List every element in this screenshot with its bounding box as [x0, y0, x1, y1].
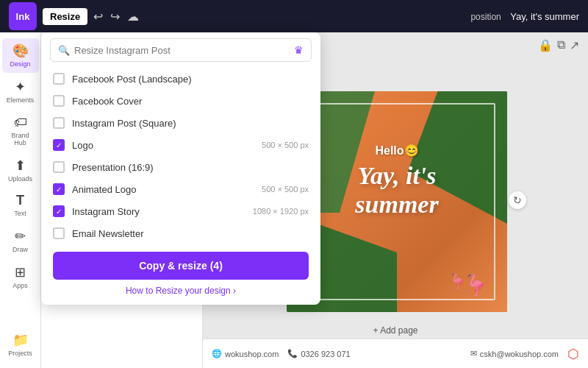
- add-page-button[interactable]: + Add page: [373, 325, 417, 336]
- sidebar-item-brandhub[interactable]: 🏷 Brand Hub: [2, 110, 39, 152]
- dd-label-presentation: Presentation (16:9): [72, 162, 309, 173]
- resize-dropdown: 🔍 ♛ Facebook Post (Landscape) Facebook C…: [41, 32, 320, 305]
- sidebar-label-draw: Draw: [12, 247, 28, 254]
- copy-icon[interactable]: ⧉: [557, 38, 565, 52]
- dd-label-instagram-story: Instagram Story: [72, 206, 241, 217]
- apps-icon: ⊞: [15, 264, 26, 280]
- dd-item-facebook-landscape[interactable]: Facebook Post (Landscape): [41, 68, 320, 90]
- flamingo-right-icon: 🦩: [463, 273, 489, 297]
- canvas-hello-text: Hello😊: [375, 143, 418, 158]
- footer-bar: 🌐 wokushop.com 📞 0326 923 071 ✉ cskh@wok…: [203, 339, 588, 368]
- design-title: Yay, it's summer: [510, 11, 579, 22]
- redo-icon[interactable]: ↪: [110, 10, 120, 24]
- share-icon[interactable]: ↗: [570, 38, 579, 52]
- logo-text: lnk: [16, 11, 30, 22]
- sidebar-label-brandhub: Brand Hub: [5, 132, 36, 147]
- phone-text: 0326 923 071: [301, 350, 350, 358]
- sidebar-item-text[interactable]: T Text: [2, 188, 39, 222]
- canvas-main-text: Yay, it'ssummer: [355, 161, 438, 219]
- dd-size-animated-logo: 500 × 500 px: [262, 185, 309, 194]
- website-item: 🌐 wokushop.com: [212, 349, 279, 358]
- globe-icon: 🌐: [212, 349, 222, 358]
- dd-size-instagram-story: 1080 × 1920 px: [253, 207, 309, 216]
- dd-item-logo[interactable]: ✓ Logo 500 × 500 px: [41, 134, 320, 156]
- circuit-icon: ⬡: [567, 346, 579, 362]
- dd-label-facebook-landscape: Facebook Post (Landscape): [72, 74, 309, 85]
- topbar-title: position Yay, it's summer: [470, 10, 579, 23]
- sidebar-label-apps: Apps: [12, 283, 28, 290]
- sidebar-label-projects: Projects: [8, 350, 32, 358]
- sidebar-label-text: Text: [14, 210, 26, 218]
- projects-icon: 📁: [12, 332, 29, 348]
- dd-checkbox-logo[interactable]: ✓: [53, 139, 65, 151]
- sidebar: 🎨 Design ✦ Elements 🏷 Brand Hub ⬆ Upload…: [0, 32, 41, 368]
- dd-checkbox-email-newsletter[interactable]: [53, 227, 65, 239]
- dd-item-email-newsletter[interactable]: Email Newsletter: [41, 222, 320, 244]
- undo-icon[interactable]: ↩: [93, 10, 103, 24]
- footer-left: 🌐 wokushop.com 📞 0326 923 071: [212, 349, 351, 358]
- sidebar-label-uploads: Uploads: [8, 176, 32, 183]
- uploads-icon: ⬆: [15, 158, 26, 174]
- sidebar-item-projects[interactable]: 📁 Projects: [2, 328, 39, 362]
- main-layout: 🎨 Design ✦ Elements 🏷 Brand Hub ⬆ Upload…: [0, 32, 588, 368]
- dd-checkbox-instagram-story[interactable]: ✓: [53, 205, 65, 217]
- cloud-icon[interactable]: ☁: [127, 10, 139, 24]
- brandhub-icon: 🏷: [14, 115, 27, 130]
- sidebar-item-elements[interactable]: ✦ Elements: [2, 74, 39, 109]
- sidebar-item-draw[interactable]: ✏ Draw: [2, 224, 39, 258]
- dd-checkbox-facebook-landscape[interactable]: [53, 73, 65, 85]
- undo-redo-group: ↩ ↪ ☁: [93, 10, 139, 24]
- sidebar-item-apps[interactable]: ⊞ Apps: [2, 260, 39, 294]
- dropdown-search-input[interactable]: [74, 45, 290, 56]
- dd-checkbox-animated-logo[interactable]: ✓: [53, 183, 65, 195]
- dd-label-animated-logo: Animated Logo: [72, 184, 250, 195]
- resize-button[interactable]: Resize: [43, 8, 87, 25]
- phone-icon: 📞: [287, 349, 298, 358]
- dd-checkbox-instagram-square[interactable]: [53, 117, 65, 129]
- dd-checkbox-presentation[interactable]: [53, 161, 65, 173]
- dd-item-instagram-square[interactable]: Instagram Post (Square): [41, 112, 320, 134]
- logo[interactable]: lnk: [9, 2, 37, 30]
- dropdown-search-bar: 🔍 ♛: [50, 38, 312, 62]
- crown-icon: ♛: [294, 44, 304, 56]
- refresh-button[interactable]: ↻: [509, 191, 526, 209]
- website-text: wokushop.com: [225, 350, 279, 358]
- design-icon: 🎨: [12, 43, 29, 59]
- phone-item: 📞 0326 923 071: [287, 349, 350, 358]
- email-item: ✉ cskh@wokushop.com: [470, 349, 559, 358]
- dd-item-instagram-story[interactable]: ✓ Instagram Story 1080 × 1920 px: [41, 200, 320, 222]
- dd-label-instagram-square: Instagram Post (Square): [72, 118, 309, 129]
- elements-icon: ✦: [15, 79, 26, 95]
- sidebar-label-elements: Elements: [7, 97, 35, 105]
- dd-item-presentation[interactable]: Presentation (16:9): [41, 156, 320, 178]
- dd-size-logo: 500 × 500 px: [262, 141, 309, 149]
- canvas-toolbar: 🔒 ⧉ ↗: [538, 38, 579, 52]
- dd-label-logo: Logo: [72, 140, 250, 151]
- tab-label: position: [470, 12, 501, 22]
- flamingo-left-icon: 🦩: [448, 272, 467, 290]
- topbar: lnk Resize ↩ ↪ ☁ position Yay, it's summ…: [0, 0, 588, 32]
- dd-label-email-newsletter: Email Newsletter: [72, 228, 309, 239]
- dd-label-facebook-cover: Facebook Cover: [72, 96, 309, 107]
- dropdown-search-icon: 🔍: [58, 45, 70, 56]
- footer-right: ✉ cskh@wokushop.com ⬡: [470, 346, 579, 362]
- topbar-left: lnk Resize ↩ ↪ ☁: [9, 2, 139, 30]
- dd-item-animated-logo[interactable]: ✓ Animated Logo 500 × 500 px: [41, 178, 320, 200]
- text-icon: T: [16, 193, 24, 208]
- how-to-resize-link[interactable]: How to Resize your design ›: [41, 283, 320, 296]
- copy-resize-button[interactable]: Copy & resize (4): [53, 252, 309, 280]
- sidebar-item-uploads[interactable]: ⬆ Uploads: [2, 153, 39, 188]
- sidebar-item-design[interactable]: 🎨 Design: [2, 38, 39, 73]
- dd-checkbox-facebook-cover[interactable]: [53, 95, 65, 107]
- lock-icon[interactable]: 🔒: [538, 38, 553, 52]
- dd-item-facebook-cover[interactable]: Facebook Cover: [41, 90, 320, 112]
- sidebar-label-design: Design: [10, 61, 30, 68]
- resize-label: Resize: [50, 11, 80, 22]
- draw-icon: ✏: [15, 228, 26, 244]
- email-icon: ✉: [470, 349, 477, 358]
- email-text: cskh@wokushop.com: [480, 350, 559, 358]
